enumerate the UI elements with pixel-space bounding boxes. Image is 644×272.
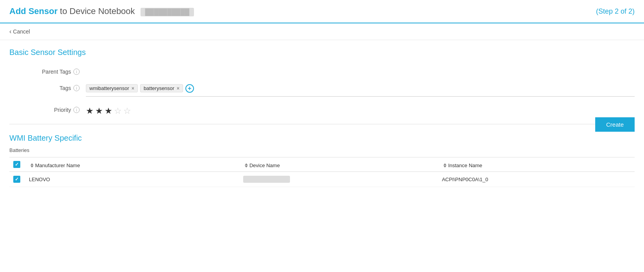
col-manufacturer-name: Manufacturer Name: [25, 157, 239, 172]
header-checkbox[interactable]: [13, 161, 20, 168]
row-checkbox-cell: [9, 172, 25, 187]
basic-settings-title: Basic Sensor Settings: [9, 48, 635, 57]
tag-item: batterysensor ×: [140, 84, 183, 92]
chevron-left-icon: ‹: [9, 28, 11, 35]
priority-group: Priority i ★ ★ ★ ☆ ☆: [9, 104, 635, 116]
row-checkbox[interactable]: [13, 176, 20, 183]
title-bold: Add Sensor: [9, 6, 57, 16]
section-divider: [9, 124, 635, 124]
row-device-value-blurred: [243, 176, 290, 183]
step-indicator: (Step 2 of 2): [596, 7, 635, 16]
cancel-link[interactable]: ‹ Cancel: [9, 28, 30, 35]
star-1[interactable]: ★: [86, 106, 94, 116]
col-checkbox: [9, 157, 25, 172]
star-2[interactable]: ★: [95, 106, 103, 116]
col-device-name: Device Name: [239, 157, 438, 172]
wmi-section-title: WMI Battery Specific: [9, 134, 635, 143]
star-4[interactable]: ☆: [114, 106, 122, 116]
page-title: Add Sensor to Device Notebook ██████████: [9, 6, 194, 16]
batteries-table: Manufacturer Name Device Name: [9, 157, 635, 187]
row-instance-cell: ACPI\PNP0C0A\1_0: [438, 172, 635, 187]
cancel-label: Cancel: [13, 28, 30, 35]
table-row: LENOVO ACPI\PNP0C0A\1_0: [9, 172, 635, 187]
tag-remove-1[interactable]: ×: [132, 86, 134, 91]
col-instance-label: Instance Name: [448, 162, 482, 168]
table-header-row: Manufacturer Name Device Name: [9, 157, 635, 172]
batteries-label: Batteries: [9, 147, 635, 153]
priority-info-icon[interactable]: i: [73, 107, 80, 113]
tag-value: wmibatterysensor: [89, 85, 129, 91]
parent-tags-group: Parent Tags i: [9, 66, 635, 75]
table-body: LENOVO ACPI\PNP0C0A\1_0: [9, 172, 635, 187]
priority-label: Priority i: [9, 104, 80, 113]
row-manufacturer-cell: LENOVO: [25, 172, 239, 187]
create-button[interactable]: Create: [595, 117, 635, 132]
tags-info-icon[interactable]: i: [73, 85, 80, 91]
parent-tags-info-icon[interactable]: i: [73, 69, 80, 75]
priority-field: ★ ★ ★ ☆ ☆: [86, 104, 635, 116]
col-manufacturer-label: Manufacturer Name: [35, 162, 80, 168]
nav-bar: ‹ Cancel: [0, 23, 644, 40]
wmi-section: WMI Battery Specific Batteries Manufa: [9, 134, 635, 187]
tag-item: wmibatterysensor ×: [86, 84, 138, 92]
add-tag-button[interactable]: +: [185, 84, 194, 93]
tag-value: batterysensor: [144, 85, 174, 91]
sort-icon-instance[interactable]: [443, 163, 447, 168]
parent-tags-label: Parent Tags i: [9, 66, 80, 75]
divider-row: Create: [9, 124, 635, 124]
tags-container[interactable]: wmibatterysensor × batterysensor × +: [86, 83, 635, 97]
page-header: Add Sensor to Device Notebook ██████████…: [0, 0, 644, 23]
table-header: Manufacturer Name Device Name: [9, 157, 635, 172]
col-instance-name: Instance Name: [438, 157, 635, 172]
row-device-cell: [239, 172, 438, 187]
star-3[interactable]: ★: [105, 106, 112, 116]
main-content: Basic Sensor Settings Parent Tags i Tags…: [0, 40, 644, 195]
row-manufacturer-value: LENOVO: [29, 177, 50, 182]
star-5[interactable]: ☆: [123, 106, 131, 116]
title-rest: to Device Notebook: [60, 6, 135, 16]
tag-remove-2[interactable]: ×: [177, 86, 180, 91]
sort-icon-manufacturer[interactable]: [30, 163, 34, 168]
sort-icon-device[interactable]: [245, 163, 248, 168]
device-name-placeholder: ██████████: [141, 8, 194, 16]
col-device-label: Device Name: [249, 162, 280, 168]
row-instance-value: ACPI\PNP0C0A\1_0: [442, 177, 488, 182]
stars-container[interactable]: ★ ★ ★ ☆ ☆: [86, 104, 635, 116]
tags-group: Tags i wmibatterysensor × batterysensor …: [9, 83, 635, 97]
tags-label: Tags i: [9, 83, 80, 91]
tags-field[interactable]: wmibatterysensor × batterysensor × +: [86, 83, 635, 97]
